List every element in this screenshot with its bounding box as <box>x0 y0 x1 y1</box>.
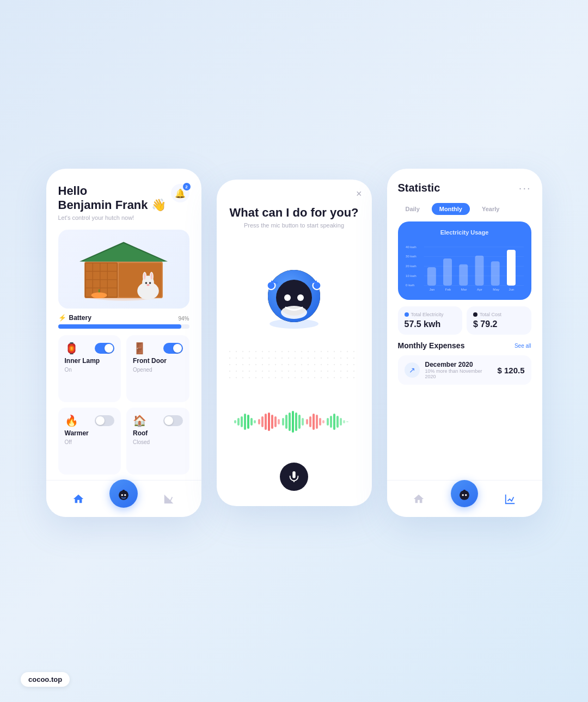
controls-grid: 🏮 Inner Lamp On 🚪 Front Door Opened 🔥 <box>58 335 189 475</box>
cost-dot <box>473 312 477 317</box>
nav-home-icon[interactable] <box>69 489 88 509</box>
total-electricity-card: Total Electricity 57.5 kwh <box>398 306 463 335</box>
door-toggle[interactable] <box>163 343 183 354</box>
svg-rect-72 <box>333 414 335 430</box>
svg-rect-62 <box>298 415 301 429</box>
chart-stats: Total Electricity 57.5 kwh Total Cost $ … <box>398 306 531 335</box>
svg-text:0 kwh: 0 kwh <box>406 283 415 287</box>
nav3-bot[interactable] <box>451 480 478 507</box>
svg-text:10 kwh: 10 kwh <box>406 274 416 278</box>
greeting-name: Hello Benjamin Frank 👋 <box>58 184 166 213</box>
svg-rect-4 <box>85 263 118 297</box>
control-front-door: 🚪 Front Door Opened <box>126 335 189 402</box>
roof-status: Closed <box>133 439 183 445</box>
control-inner-lamp: 🏮 Inner Lamp On <box>58 335 121 402</box>
see-all-button[interactable]: See all <box>514 343 531 349</box>
lamp-name: Inner Lamp <box>65 357 115 365</box>
svg-rect-95 <box>491 261 499 285</box>
warmer-status: Off <box>65 439 115 445</box>
door-name: Front Door <box>133 357 183 365</box>
warmer-toggle[interactable] <box>95 415 114 426</box>
greeting-text: Hello Benjamin Frank 👋 Let's control you… <box>58 184 166 221</box>
close-button[interactable]: × <box>356 188 362 200</box>
svg-rect-52 <box>265 414 267 430</box>
svg-rect-48 <box>250 418 253 426</box>
control-warmer: 🔥 Warmer Off <box>58 408 121 475</box>
svg-text:30 kwh: 30 kwh <box>406 254 416 258</box>
svg-rect-64 <box>306 419 308 424</box>
svg-rect-74 <box>340 418 342 426</box>
battery-bar: 94% <box>58 324 189 329</box>
screens-container: Hello Benjamin Frank 👋 Let's control you… <box>46 169 542 517</box>
electricity-chart-card: Electricity Usage 40 kwh 30 kwh 20 kwh 1… <box>398 221 531 300</box>
svg-rect-67 <box>316 415 318 429</box>
svg-rect-76 <box>346 421 348 422</box>
door-status: Opened <box>133 367 183 373</box>
battery-fill <box>58 324 182 329</box>
svg-rect-42 <box>229 350 360 383</box>
tab-yearly[interactable]: Yearly <box>474 203 507 215</box>
chart-area: 40 kwh 30 kwh 20 kwh 10 kwh 0 kwh Jan <box>406 240 524 294</box>
total-cost-card: Total Cost $ 79.2 <box>467 306 531 335</box>
notification-badge: 2 <box>183 183 191 190</box>
svg-rect-46 <box>244 414 246 430</box>
mic-button[interactable] <box>280 463 308 491</box>
svg-point-40 <box>281 306 307 319</box>
roof-icon: 🏠 <box>133 414 146 427</box>
nav-bot-1[interactable] <box>109 479 138 508</box>
nav-stats-icon[interactable] <box>159 489 179 509</box>
svg-point-20 <box>151 273 153 280</box>
svg-point-13 <box>91 292 107 298</box>
svg-rect-57 <box>282 418 284 426</box>
screen2-assistant: × What can I do for you? Press the mic b… <box>217 180 372 506</box>
expense-note: 10% more than November 2020 <box>425 368 492 379</box>
svg-point-26 <box>124 494 126 496</box>
svg-rect-89 <box>443 258 452 286</box>
svg-text:Jan: Jan <box>429 287 435 291</box>
expense-amount: $ 120.5 <box>497 366 524 375</box>
nav3-chart-icon[interactable] <box>500 489 520 509</box>
warmer-icon: 🔥 <box>65 414 78 427</box>
svg-point-102 <box>463 489 465 491</box>
s1-header: Hello Benjamin Frank 👋 Let's control you… <box>58 184 189 221</box>
greeting-subtitle: Let's control your hutch now! <box>58 214 166 221</box>
door-icon: 🚪 <box>133 342 146 355</box>
svg-rect-65 <box>309 416 311 427</box>
roof-toggle[interactable] <box>163 415 183 426</box>
svg-point-22 <box>149 282 151 285</box>
battery-label: ⚡ Battery <box>58 314 189 322</box>
svg-rect-44 <box>237 418 240 426</box>
expense-row: ↗ December 2020 10% more than November 2… <box>398 355 531 385</box>
svg-rect-51 <box>261 416 264 427</box>
nav3-home-icon[interactable] <box>409 489 428 509</box>
battery-icon: ⚡ <box>58 314 66 322</box>
svg-rect-87 <box>427 267 436 286</box>
svg-text:Feb: Feb <box>445 287 451 291</box>
svg-rect-59 <box>289 412 291 431</box>
svg-text:May: May <box>493 287 500 291</box>
roof-name: Roof <box>133 429 183 437</box>
svg-rect-53 <box>268 412 270 431</box>
lamp-status: On <box>65 367 115 373</box>
svg-rect-50 <box>258 419 260 424</box>
svg-text:Apr: Apr <box>477 287 482 291</box>
svg-point-100 <box>462 494 464 496</box>
more-options[interactable]: ··· <box>519 182 531 194</box>
assistant-title: What can I do for you? <box>229 206 358 220</box>
dot-grid <box>229 350 360 383</box>
control-roof: 🏠 Roof Closed <box>126 408 189 475</box>
svg-point-21 <box>145 282 148 285</box>
tab-daily[interactable]: Daily <box>398 203 427 215</box>
svg-text:Mar: Mar <box>461 287 467 291</box>
svg-rect-63 <box>302 418 304 426</box>
total-cost-label: Total Cost <box>473 312 525 317</box>
notification-bell[interactable]: 🔔 2 <box>171 184 189 202</box>
svg-point-23 <box>146 284 149 286</box>
lamp-toggle[interactable] <box>95 343 114 354</box>
svg-rect-68 <box>319 418 321 426</box>
robot-illustration <box>253 249 335 330</box>
expense-trend-icon: ↗ <box>405 362 420 378</box>
svg-rect-55 <box>274 416 277 427</box>
svg-rect-93 <box>475 256 483 286</box>
tab-monthly[interactable]: Monthly <box>432 203 470 215</box>
